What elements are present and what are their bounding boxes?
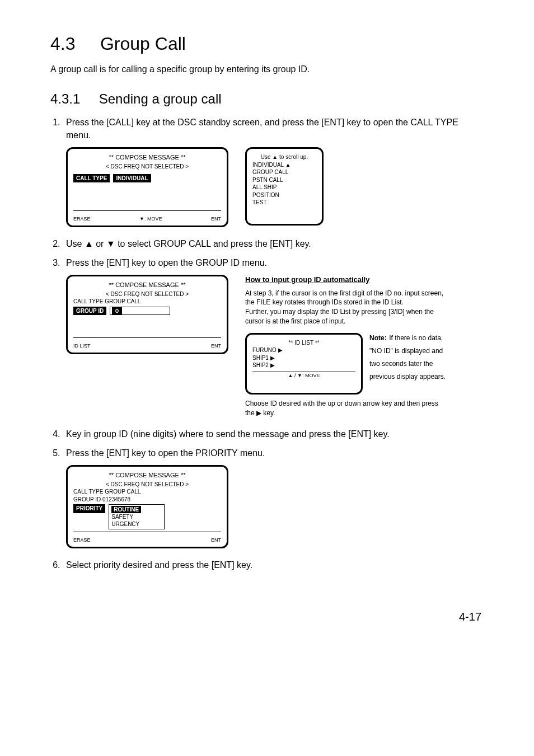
subsection-number: 4.3.1 <box>50 91 80 106</box>
step-2-text-b: or <box>93 239 106 248</box>
foot-ent: ENT <box>211 342 221 349</box>
foot-erase: ERASE <box>73 215 91 222</box>
scroll-hint: Use ▲ to scroll up. <box>252 153 316 161</box>
option-item: GROUP CALL <box>252 168 316 176</box>
step-2: Use ▲ or ▼ to select GROUP CALL and pres… <box>63 237 484 250</box>
idlist-item: SHIP1 ▶ <box>252 354 355 362</box>
idlist-foot: ▲ / ▼: MOVE <box>252 372 355 379</box>
priority-calltype-line: CALL TYPE GROUP CALL <box>73 488 221 496</box>
panel-call-type-options: Use ▲ to scroll up. INDIVIDUAL ▲ GROUP C… <box>245 147 324 226</box>
priority-option: URGENCY <box>111 521 139 527</box>
section-title: Group Call <box>100 34 186 54</box>
panel-calltype-line: CALL TYPE GROUP CALL <box>73 298 221 306</box>
step-2-text-c: to select GROUP CALL and press the [ENT]… <box>115 239 311 248</box>
option-item: POSITION <box>252 191 316 199</box>
page-number: 4-17 <box>50 611 484 623</box>
step-1-text: Press the [CALL] key at the DSC standby … <box>66 118 458 140</box>
option-item: PSTN CALL <box>252 176 316 184</box>
step-4: Key in group ID (nine digits) where to s… <box>63 428 484 440</box>
panel-title: ** COMPOSE MESSAGE ** <box>73 153 221 162</box>
idlist-title: ** ID LIST ** <box>252 339 355 347</box>
subsection-title: Sending a group call <box>99 91 222 106</box>
auto-tail: Choose ID desired with the up or down ar… <box>245 399 447 418</box>
panel-group-id: ** COMPOSE MESSAGE ** < DSC FREQ NOT SEL… <box>66 275 228 354</box>
step-3: Press the [ENT] key to open the GROUP ID… <box>63 256 484 418</box>
panel-call-type: ** COMPOSE MESSAGE ** < DSC FREQ NOT SEL… <box>66 147 228 227</box>
priority-groupid-line: GROUP ID 012345678 <box>73 496 221 504</box>
group-id-value: ０ <box>112 307 122 315</box>
foot-ent: ENT <box>211 215 221 222</box>
auto-note-label: Note: <box>369 334 387 342</box>
panel-id-list: ** ID LIST ** FURUNO ▶ SHIP1 ▶ SHIP2 ▶ ▲… <box>245 333 363 395</box>
subsection-heading: 4.3.1 Sending a group call <box>50 91 484 107</box>
step-5-text: Press the [ENT] key to open the PRIORITY… <box>66 448 265 458</box>
auto-input-block: How to input group ID automatically At s… <box>245 275 447 418</box>
option-item: INDIVIDUAL ▲ <box>252 161 316 169</box>
option-item: TEST <box>252 199 316 206</box>
down-arrow-icon: ▼ <box>106 239 115 248</box>
steps-list: Press the [CALL] key at the DSC standby … <box>50 116 484 571</box>
panel-subtitle: < DSC FREQ NOT SELECTED > <box>73 163 221 171</box>
step-5: Press the [ENT] key to open the PRIORITY… <box>63 447 484 549</box>
section-heading: 4.3 Group Call <box>50 34 484 54</box>
group-id-field: ０ <box>110 307 170 316</box>
idlist-item: SHIP2 ▶ <box>252 361 355 369</box>
step-2-text-a: Use <box>66 239 85 248</box>
step-3-text: Press the [ENT] key to open the GROUP ID… <box>66 258 267 267</box>
up-arrow-icon: ▲ <box>85 239 93 248</box>
group-id-label: GROUP ID <box>73 307 106 316</box>
step-6: Select priority desired and press the [E… <box>63 558 484 571</box>
panel-subtitle: < DSC FREQ NOT SELECTED > <box>73 290 221 298</box>
panel-priority: ** COMPOSE MESSAGE ** < DSC FREQ NOT SEL… <box>66 465 228 548</box>
step-1: Press the [CALL] key at the DSC standby … <box>63 116 484 227</box>
section-number: 4.3 <box>50 34 75 54</box>
panel-title: ** COMPOSE MESSAGE ** <box>73 471 221 480</box>
panel-title: ** COMPOSE MESSAGE ** <box>73 281 221 289</box>
auto-body-2: Further, you may display the ID List by … <box>245 307 447 326</box>
foot-idlist: ID LIST <box>73 342 91 349</box>
priority-value: ROUTINE <box>111 506 141 513</box>
panel-subtitle: < DSC FREQ NOT SELECTED > <box>73 481 221 489</box>
auto-title: How to input group ID automatically <box>245 275 447 285</box>
option-item: ALL SHIP <box>252 184 316 191</box>
priority-label: PRIORITY <box>73 504 105 513</box>
foot-move: ▼: MOVE <box>139 215 162 222</box>
call-type-value: INDIVIDUAL <box>113 174 151 183</box>
section-intro: A group call is for calling a specific g… <box>50 64 484 74</box>
call-type-label: CALL TYPE <box>73 174 110 183</box>
foot-erase: ERASE <box>73 537 91 543</box>
idlist-item: FURUNO ▶ <box>252 346 355 354</box>
priority-option: SAFETY <box>111 514 133 520</box>
auto-body-1: At step 3, if the cursor is on the first… <box>245 289 447 308</box>
foot-ent: ENT <box>211 537 221 543</box>
